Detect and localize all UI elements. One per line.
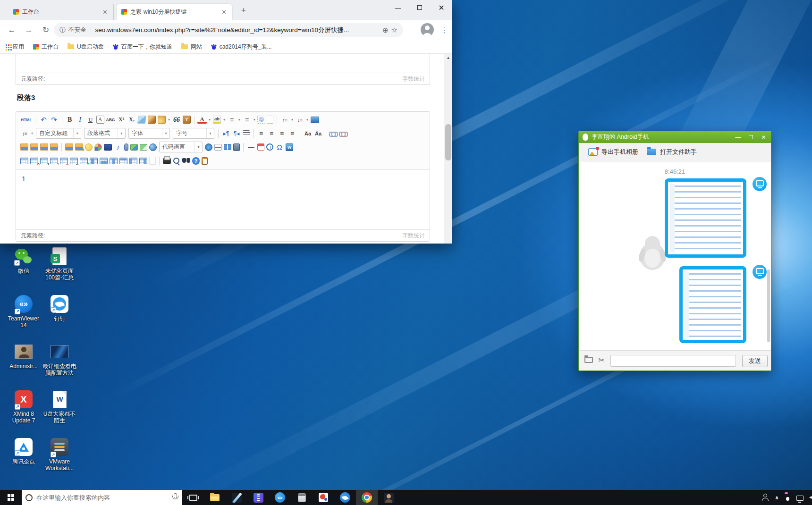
underline-icon[interactable]: U bbox=[86, 115, 95, 125]
rtl-paragraph-icon[interactable]: ¶◂ bbox=[232, 128, 241, 138]
search-input[interactable] bbox=[36, 494, 168, 501]
help-icon[interactable]: ? bbox=[192, 157, 200, 165]
start-button[interactable] bbox=[0, 490, 22, 505]
emotion-icon[interactable] bbox=[85, 143, 93, 151]
taskbar-search[interactable] bbox=[22, 490, 182, 505]
bookmark-baidu[interactable]: 百度一下，你就知道 bbox=[113, 43, 172, 51]
fullscreen-icon[interactable] bbox=[311, 117, 319, 123]
paragraph-format-select[interactable]: 段落格式▾ bbox=[84, 128, 126, 139]
address-bar[interactable]: ⓘ 不安全 seo.windows7en.com/index.php?r=sit… bbox=[54, 23, 403, 37]
url-text[interactable]: seo.windows7en.com/index.php?r=site%2Fno… bbox=[95, 26, 380, 34]
tab-active[interactable]: 之家-win10分屏快捷键 ✕ bbox=[117, 4, 232, 20]
desktop-icon-udisk-doc[interactable]: U盘大家都不 陌生 bbox=[42, 389, 77, 437]
computer-avatar-icon[interactable] bbox=[753, 265, 767, 279]
insert-row-icon[interactable] bbox=[60, 158, 68, 164]
chat-scrollbar-thumb[interactable] bbox=[767, 269, 770, 342]
taskbar-file-explorer[interactable] bbox=[204, 490, 226, 505]
open-file-assistant-button[interactable]: 打开文件助手 bbox=[647, 148, 697, 156]
iframe-icon[interactable] bbox=[149, 143, 157, 151]
bullet-list-icon[interactable]: ≡ bbox=[242, 115, 252, 125]
music-icon[interactable]: ♪ bbox=[113, 142, 123, 152]
profile-avatar[interactable] bbox=[421, 23, 434, 36]
columns-icon[interactable] bbox=[224, 144, 231, 150]
desktop-icon-dingtalk[interactable]: ↗ 钉钉 bbox=[42, 294, 77, 341]
uppercase-icon[interactable]: Âa bbox=[313, 128, 323, 138]
table-style2-icon[interactable] bbox=[100, 158, 108, 164]
send-file-icon[interactable] bbox=[584, 357, 593, 363]
taskbar-teamviewer[interactable]: «» bbox=[269, 490, 291, 505]
bookmark-udisk[interactable]: U盘启动盘 bbox=[68, 43, 104, 51]
table-style4-icon[interactable] bbox=[119, 158, 127, 164]
new-tab-button[interactable]: + bbox=[238, 5, 249, 16]
align-left-icon[interactable]: ≡ bbox=[256, 128, 266, 138]
taskbar-dingtalk[interactable] bbox=[334, 490, 356, 505]
baidu-map-icon[interactable] bbox=[140, 144, 147, 151]
table-style3-icon[interactable] bbox=[110, 158, 118, 164]
blank-page-icon[interactable] bbox=[267, 116, 273, 124]
image-float-right-icon[interactable] bbox=[40, 143, 48, 151]
send-button[interactable]: 发送 bbox=[742, 355, 768, 367]
qq-titlebar[interactable]: 李富翔的 Android手机 — ✕ bbox=[579, 131, 771, 143]
image-float-left-icon[interactable] bbox=[20, 143, 28, 151]
paste-text-icon[interactable]: T bbox=[183, 116, 191, 124]
maximize-button[interactable] bbox=[409, 0, 431, 15]
tray-expand-icon[interactable]: ∧ bbox=[775, 495, 779, 501]
ltr-paragraph-icon[interactable]: ▸¶ bbox=[221, 128, 231, 138]
refresh-icon[interactable]: ↻ bbox=[38, 20, 54, 40]
table-style6-icon[interactable] bbox=[139, 158, 147, 164]
taskbar-chrome-active[interactable] bbox=[356, 490, 378, 505]
delete-table-icon[interactable] bbox=[30, 158, 38, 164]
back-icon[interactable]: ← bbox=[4, 20, 20, 40]
insert-title-row-icon[interactable] bbox=[50, 158, 58, 164]
zoom-icon[interactable]: ⊕ bbox=[382, 26, 389, 34]
page-scrollbar[interactable]: ▲ bbox=[444, 54, 452, 244]
desktop-icon-xmind[interactable]: X↗ XMind 8 Update 7 bbox=[6, 389, 42, 437]
table-style1-icon[interactable] bbox=[90, 158, 98, 164]
insert-table-icon[interactable] bbox=[20, 158, 28, 164]
word-import-icon[interactable]: W bbox=[286, 143, 293, 151]
desktop-icon-pc-config[interactable]: 最详细查看电 脑配置方法 bbox=[42, 341, 77, 389]
line-height-icon[interactable]: ↕≡ bbox=[20, 128, 29, 138]
taskbar-utility-app[interactable] bbox=[291, 490, 313, 505]
volume-icon[interactable] bbox=[809, 494, 812, 501]
merge-cells-icon[interactable] bbox=[80, 158, 88, 164]
insert-image-icon[interactable] bbox=[65, 143, 73, 151]
dropdown-caret-icon[interactable]: ▾ bbox=[237, 118, 242, 122]
find-replace-icon[interactable] bbox=[182, 157, 190, 165]
font-family-select[interactable]: 字体▾ bbox=[128, 128, 170, 139]
dropdown-caret-icon[interactable]: ▾ bbox=[118, 128, 125, 138]
horizontal-rule-icon[interactable]: — bbox=[246, 142, 256, 152]
format-brush-icon[interactable] bbox=[148, 116, 156, 124]
special-chars-icon[interactable]: Ω bbox=[275, 142, 284, 152]
highlight-icon[interactable]: ab bbox=[213, 116, 221, 124]
time-icon[interactable] bbox=[266, 143, 273, 151]
minimize-button[interactable]: — bbox=[732, 131, 744, 143]
desktop-icon-wps-doc[interactable]: 未优化页面 100篇-汇总 bbox=[42, 246, 77, 294]
blockquote-icon[interactable]: 66 bbox=[172, 115, 181, 125]
dropdown-caret-icon[interactable]: ▾ bbox=[73, 128, 81, 138]
preview-icon[interactable] bbox=[173, 157, 180, 165]
superscript-icon[interactable]: X² bbox=[117, 115, 126, 125]
close-button[interactable]: ✕ bbox=[431, 0, 452, 15]
align-top-icon[interactable]: ↑≡ bbox=[280, 115, 289, 125]
dropdown-caret-icon[interactable]: ▾ bbox=[206, 128, 214, 138]
table-title-icon[interactable] bbox=[40, 158, 48, 164]
taskbar-pen-app[interactable] bbox=[226, 490, 247, 505]
dropdown-caret-icon[interactable]: ▾ bbox=[290, 118, 295, 122]
dropdown-caret-icon[interactable]: ▾ bbox=[222, 118, 227, 122]
tab-workbench[interactable]: 工作台 ✕ bbox=[8, 4, 114, 20]
image-center-icon[interactable] bbox=[50, 143, 58, 151]
sent-image-message[interactable] bbox=[679, 266, 746, 343]
dropdown-caret-icon[interactable]: ▾ bbox=[252, 118, 257, 122]
tab-close-icon[interactable]: ✕ bbox=[102, 8, 109, 16]
forward-icon[interactable]: → bbox=[21, 20, 37, 40]
dropdown-caret-icon[interactable]: ▾ bbox=[207, 118, 212, 122]
desktop-icon-administrator[interactable]: Administr... bbox=[6, 341, 42, 389]
subscript-icon[interactable]: X₂ bbox=[127, 115, 136, 125]
bookmark-website[interactable]: 网站 bbox=[181, 43, 202, 51]
align-center-icon[interactable]: ≡ bbox=[267, 128, 276, 138]
maximize-button[interactable] bbox=[744, 131, 757, 143]
print-icon[interactable] bbox=[163, 158, 171, 164]
dropdown-caret-icon[interactable]: ▾ bbox=[305, 118, 310, 122]
qq-tray-icon[interactable] bbox=[785, 494, 791, 501]
